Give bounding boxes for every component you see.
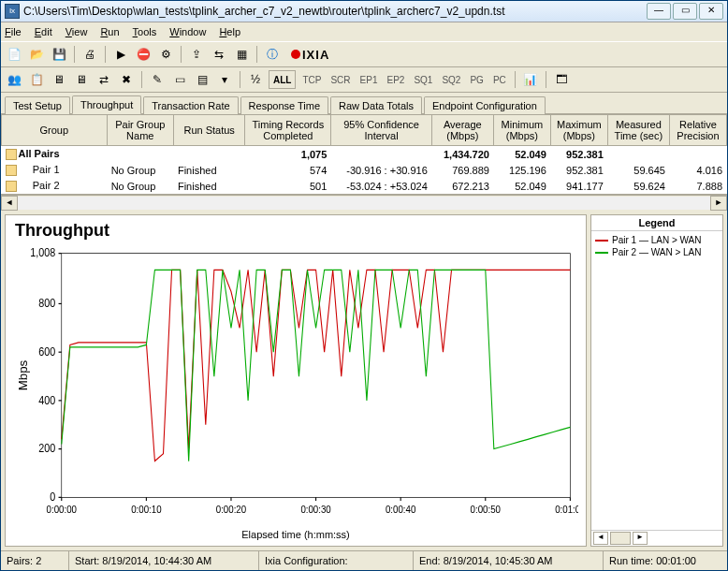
cell-pgname: No Group: [107, 178, 173, 194]
scroll-thumb[interactable]: [610, 532, 631, 545]
tab-response-time[interactable]: Response Time: [240, 96, 328, 114]
filter-pg[interactable]: PG: [467, 75, 486, 85]
svg-text:0:00:40: 0:00:40: [386, 505, 416, 516]
filter-pc[interactable]: PC: [490, 75, 509, 85]
menu-edit[interactable]: Edit: [35, 26, 52, 37]
app-window: Ix C:\Users\Tim\Desktop\wlan_tests\tplin…: [0, 0, 728, 571]
filter-all[interactable]: ALL: [269, 70, 296, 89]
tab-endpoint-configuration[interactable]: Endpoint Configuration: [424, 96, 546, 114]
menu-run[interactable]: Run: [100, 26, 119, 37]
tab-transaction-rate[interactable]: Transaction Rate: [143, 96, 238, 114]
chart-panel: Throughput 02004006008001,0080:00:000:00…: [5, 214, 587, 547]
col-mt[interactable]: Measured Time (sec): [607, 115, 669, 146]
tab-test-setup[interactable]: Test Setup: [5, 96, 70, 114]
cell-ci: -53.024 : +53.024: [331, 178, 431, 194]
half-icon[interactable]: ½: [246, 70, 265, 89]
col-group[interactable]: Group: [2, 115, 108, 146]
stop-icon[interactable]: ⛔: [134, 45, 153, 64]
status-config: Ixia Configuration:: [259, 551, 414, 570]
run-icon[interactable]: ▶: [111, 45, 130, 64]
table-row[interactable]: All Pairs1,0751,434.72052.049952.381: [2, 146, 727, 163]
cell-trc: 1,075: [245, 146, 331, 163]
col-avg[interactable]: Average (Mbps): [431, 115, 493, 146]
export-icon[interactable]: ⇪: [187, 45, 206, 64]
table-row[interactable]: Pair 2No GroupFinished501-53.024 : +53.0…: [2, 178, 727, 194]
maximize-button[interactable]: ▭: [673, 3, 697, 20]
legend-hscroll[interactable]: ◄ ►: [591, 530, 722, 546]
filter-tcp[interactable]: TCP: [299, 75, 324, 85]
col-pgname[interactable]: Pair Group Name: [107, 115, 173, 146]
sort-icon[interactable]: ▤: [193, 70, 211, 89]
delete-icon[interactable]: ✖: [117, 70, 136, 89]
cell-ci: -30.916 : +30.916: [331, 162, 431, 178]
chart-icon[interactable]: 📊: [521, 70, 540, 89]
minimize-button[interactable]: —: [647, 3, 671, 20]
info-icon[interactable]: ⓘ: [263, 45, 282, 64]
new-icon[interactable]: 📄: [5, 45, 23, 64]
pair-icon[interactable]: 👥: [5, 70, 23, 89]
status-pairs: Pairs: 2: [1, 551, 69, 570]
chart-plot: 02004006008001,0080:00:000:00:100:00:200…: [13, 244, 578, 527]
filter-ep1[interactable]: EP1: [357, 75, 381, 85]
filter-scr[interactable]: SCR: [328, 75, 353, 85]
menu-file[interactable]: File: [5, 26, 22, 37]
open-icon[interactable]: 📂: [27, 45, 46, 64]
cell-pgname: [107, 146, 173, 163]
col-min[interactable]: Minimum (Mbps): [493, 115, 550, 146]
legend-body: Pair 1 — LAN > WANPair 2 — WAN > LAN: [591, 231, 722, 530]
monitor1-icon[interactable]: 🖥: [50, 70, 68, 89]
filter-sq2[interactable]: SQ2: [439, 75, 463, 85]
col-max[interactable]: Maximum (Mbps): [550, 115, 607, 146]
col-trc[interactable]: Timing Records Completed: [245, 115, 331, 146]
svg-text:1,008: 1,008: [30, 247, 55, 259]
swap-icon[interactable]: ⇄: [95, 70, 113, 89]
scroll-left-icon[interactable]: ◄: [593, 532, 608, 545]
scroll-left-icon[interactable]: ◄: [1, 196, 18, 211]
legend-item[interactable]: Pair 2 — WAN > LAN: [595, 247, 719, 257]
svg-text:0:00:10: 0:00:10: [131, 505, 162, 516]
filter-ep2[interactable]: EP2: [384, 75, 407, 85]
table-icon[interactable]: ▦: [232, 45, 251, 64]
svg-text:0:00:50: 0:00:50: [471, 505, 502, 516]
copy-icon[interactable]: 📋: [27, 70, 46, 89]
config-icon[interactable]: 🗔: [552, 70, 571, 89]
cell-mt: [607, 146, 669, 163]
table-row[interactable]: Pair 1No GroupFinished574-30.916 : +30.9…: [2, 162, 727, 178]
save-icon[interactable]: 💾: [50, 45, 68, 64]
chart-xlabel: Elapsed time (h:mm:ss): [9, 527, 582, 542]
app-icon: Ix: [5, 4, 20, 19]
scroll-right-icon[interactable]: ►: [710, 196, 727, 211]
filter-sq1[interactable]: SQ1: [411, 75, 435, 85]
close-button[interactable]: ✕: [699, 3, 723, 20]
print-icon[interactable]: 🖨: [80, 45, 99, 64]
filter-icon[interactable]: ▾: [215, 70, 234, 89]
tab-throughput[interactable]: Throughput: [72, 95, 141, 114]
cell-trc: 574: [245, 162, 331, 178]
menu-window[interactable]: Window: [169, 26, 206, 37]
edit-icon[interactable]: ✎: [148, 70, 167, 89]
col-rp[interactable]: Relative Precision: [669, 115, 726, 146]
grid-hscroll[interactable]: ◄ ►: [1, 195, 727, 211]
toolbar-separator: [240, 71, 240, 88]
menu-help[interactable]: Help: [219, 26, 240, 37]
scroll-track[interactable]: [18, 197, 710, 210]
monitor2-icon[interactable]: 🖥: [72, 70, 91, 89]
toolbar-separator: [141, 71, 142, 88]
svg-text:Mbps: Mbps: [18, 360, 30, 390]
legend-label: Pair 2 — WAN > LAN: [612, 247, 702, 257]
svg-text:200: 200: [38, 443, 55, 455]
col-ci[interactable]: 95% Confidence Interval: [331, 115, 431, 146]
legend-swatch: [595, 252, 608, 254]
col-status[interactable]: Run Status: [173, 115, 244, 146]
legend-item[interactable]: Pair 1 — LAN > WAN: [595, 235, 719, 245]
scroll-right-icon[interactable]: ►: [633, 532, 648, 545]
tab-raw-data-totals[interactable]: Raw Data Totals: [330, 96, 422, 114]
toolbar-separator: [105, 46, 106, 63]
menu-view[interactable]: View: [66, 26, 88, 37]
cell-rp: [669, 146, 726, 163]
compare-icon[interactable]: ⇆: [210, 45, 228, 64]
group-icon[interactable]: ▭: [170, 70, 189, 89]
cell-avg: 1,434.720: [431, 146, 493, 163]
menu-tools[interactable]: Tools: [133, 26, 157, 37]
gear-icon[interactable]: ⚙: [156, 45, 175, 64]
